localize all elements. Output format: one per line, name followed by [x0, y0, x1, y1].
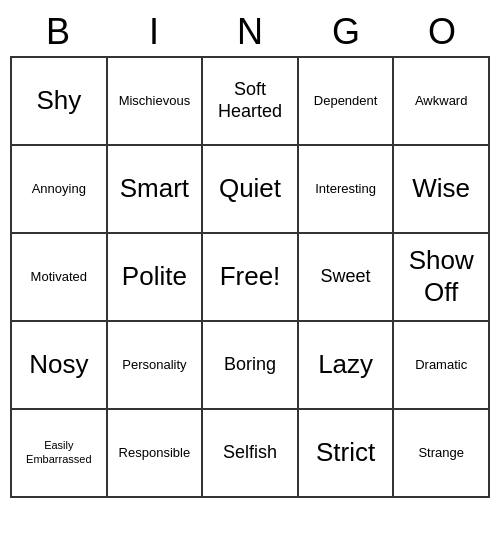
- bingo-cell: Smart: [108, 146, 204, 234]
- bingo-cell: Dramatic: [394, 322, 490, 410]
- bingo-cell: Soft Hearted: [203, 58, 299, 146]
- cell-text: Lazy: [318, 349, 373, 380]
- bingo-cell: Free!: [203, 234, 299, 322]
- bingo-cell: Strange: [394, 410, 490, 498]
- bingo-cell: Dependent: [299, 58, 395, 146]
- cell-text: Mischievous: [119, 93, 191, 109]
- bingo-cell: Responsible: [108, 410, 204, 498]
- cell-text: Annoying: [32, 181, 86, 197]
- bingo-cell: Personality: [108, 322, 204, 410]
- cell-text: Shy: [36, 85, 81, 116]
- cell-text: Wise: [412, 173, 470, 204]
- bingo-grid: ShyMischievousSoft HeartedDependentAwkwa…: [10, 56, 490, 498]
- header-letter: B: [10, 8, 106, 56]
- bingo-cell: Quiet: [203, 146, 299, 234]
- cell-text: Polite: [122, 261, 187, 292]
- cell-text: Sweet: [321, 266, 371, 288]
- cell-text: Show Off: [398, 245, 484, 307]
- cell-text: Motivated: [31, 269, 87, 285]
- bingo-cell: Lazy: [299, 322, 395, 410]
- bingo-cell: Annoying: [12, 146, 108, 234]
- cell-text: Nosy: [29, 349, 88, 380]
- cell-text: Dependent: [314, 93, 378, 109]
- cell-text: Selfish: [223, 442, 277, 464]
- cell-text: Boring: [224, 354, 276, 376]
- bingo-cell: Awkward: [394, 58, 490, 146]
- bingo-cell: Strict: [299, 410, 395, 498]
- bingo-cell: Interesting: [299, 146, 395, 234]
- cell-text: Strange: [418, 445, 464, 461]
- bingo-card: BINGO ShyMischievousSoft HeartedDependen…: [10, 8, 490, 498]
- bingo-cell: Motivated: [12, 234, 108, 322]
- cell-text: Responsible: [119, 445, 191, 461]
- bingo-cell: Polite: [108, 234, 204, 322]
- bingo-cell: Show Off: [394, 234, 490, 322]
- bingo-cell: Mischievous: [108, 58, 204, 146]
- header-letter: N: [202, 8, 298, 56]
- bingo-cell: Wise: [394, 146, 490, 234]
- bingo-cell: Easily Embarrassed: [12, 410, 108, 498]
- cell-text: Personality: [122, 357, 186, 373]
- header-letter: O: [394, 8, 490, 56]
- header-letter: I: [106, 8, 202, 56]
- cell-text: Interesting: [315, 181, 376, 197]
- cell-text: Dramatic: [415, 357, 467, 373]
- bingo-cell: Boring: [203, 322, 299, 410]
- bingo-cell: Nosy: [12, 322, 108, 410]
- header-letter: G: [298, 8, 394, 56]
- cell-text: Quiet: [219, 173, 281, 204]
- cell-text: Smart: [120, 173, 189, 204]
- cell-text: Strict: [316, 437, 375, 468]
- bingo-cell: Sweet: [299, 234, 395, 322]
- cell-text: Soft Hearted: [207, 79, 293, 122]
- bingo-cell: Shy: [12, 58, 108, 146]
- cell-text: Free!: [220, 261, 281, 292]
- bingo-header: BINGO: [10, 8, 490, 56]
- cell-text: Awkward: [415, 93, 468, 109]
- cell-text: Easily Embarrassed: [16, 439, 102, 465]
- bingo-cell: Selfish: [203, 410, 299, 498]
